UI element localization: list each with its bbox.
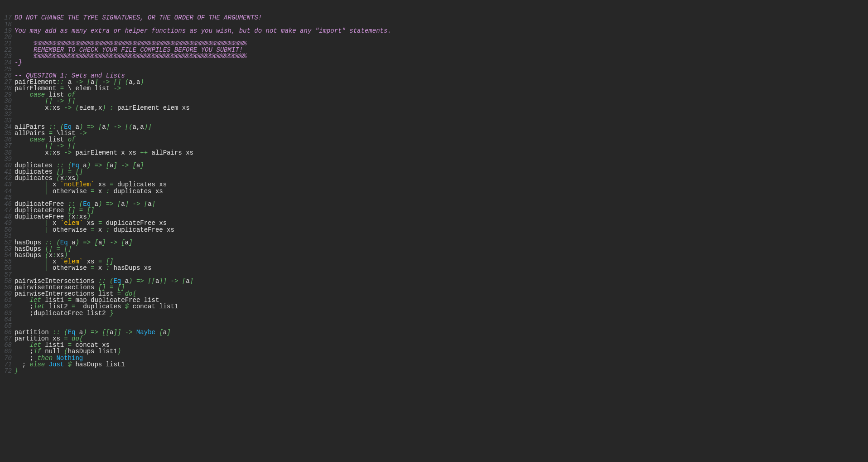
code-line[interactable]: 57 — [0, 272, 868, 278]
code-line[interactable]: 44 | otherwise = x : duplicates xs — [0, 188, 868, 195]
code-line[interactable]: 17DO NOT CHANGE THE TYPE SIGNATURES, OR … — [0, 15, 868, 21]
code-content[interactable]: hasDups [] = [] — [13, 246, 72, 252]
code-content[interactable]: case list of — [13, 136, 75, 143]
code-line[interactable]: 40duplicates :: (Eq a) => [a] -> [a] — [0, 162, 868, 169]
code-content[interactable]: | x `elem` xs = duplicateFree xs — [13, 220, 167, 226]
code-line[interactable]: 63 ;duplicateFree list2 } — [0, 310, 868, 316]
code-line[interactable]: 48duplicateFree (x:xs) — [0, 214, 868, 220]
code-content[interactable]: %%%%%%%%%%%%%%%%%%%%%%%%%%%%%%%%%%%%%%%%… — [13, 53, 246, 59]
code-line[interactable]: 60pairwiseIntersections list = do{ — [0, 291, 868, 297]
code-line[interactable]: 22 REMEMBER TO CHECK YOUR FILE COMPILES … — [0, 47, 868, 53]
code-content[interactable]: ; then Nothing — [13, 355, 83, 361]
code-content[interactable]: duplicateFree (x:xs) — [13, 214, 91, 220]
code-content[interactable]: ;if null (hasDups list1) — [13, 348, 121, 355]
code-content[interactable]: case list of — [13, 92, 75, 98]
code-content[interactable]: duplicates :: (Eq a) => [a] -> [a] — [13, 162, 144, 169]
code-line[interactable]: 72} — [0, 368, 868, 374]
code-content[interactable]: duplicates [] = [] — [13, 169, 83, 175]
code-content[interactable]: duplicateFree :: (Eq a) => [a] -> [a] — [13, 201, 155, 207]
code-line[interactable]: 32 — [0, 111, 868, 117]
code-content[interactable]: %%%%%%%%%%%%%%%%%%%%%%%%%%%%%%%%%%%%%%%%… — [13, 40, 246, 47]
code-line[interactable]: 66partition :: (Eq a) => [[a]] -> Maybe … — [0, 329, 868, 336]
code-line[interactable]: 24-} — [0, 59, 868, 66]
code-line[interactable]: 59pairwiseIntersections [] = [] — [0, 284, 868, 291]
code-line[interactable]: 56 | otherwise = x : hasDups xs — [0, 265, 868, 271]
code-line[interactable]: 42duplicates (x:xs) — [0, 175, 868, 181]
code-line[interactable]: 50 | otherwise = x : duplicateFree xs — [0, 227, 868, 233]
code-line[interactable]: 67partition xs = do{ — [0, 336, 868, 342]
code-content[interactable]: } — [13, 368, 18, 374]
code-line[interactable]: 37 [] -> [] — [0, 143, 868, 149]
code-line[interactable]: 34allPairs :: (Eq a) => [a] -> [(a,a)] — [0, 124, 868, 130]
code-content[interactable]: | otherwise = x : duplicateFree xs — [13, 227, 174, 233]
code-content[interactable]: | x `elem` xs = [] — [13, 258, 114, 265]
code-content[interactable]: allPairs = \list -> — [13, 130, 87, 136]
code-content[interactable]: hasDups :: (Eq a) => [a] -> [a] — [13, 239, 133, 246]
code-line[interactable]: 27pairElement:: a -> [a] -> [] (a,a) — [0, 79, 868, 85]
code-line[interactable]: 28pairElement = \ elem list -> — [0, 85, 868, 92]
code-line[interactable]: 58pairwiseIntersections :: (Eq a) => [[a… — [0, 278, 868, 284]
code-content[interactable]: -} — [13, 59, 22, 66]
code-line[interactable]: 33 — [0, 117, 868, 124]
code-line[interactable]: 30 [] -> [] — [0, 98, 868, 104]
code-content[interactable]: pairwiseIntersections list = do{ — [13, 291, 136, 297]
code-line[interactable]: 23 %%%%%%%%%%%%%%%%%%%%%%%%%%%%%%%%%%%%%… — [0, 53, 868, 59]
code-line[interactable]: 26-- QUESTION 1: Sets and Lists — [0, 73, 868, 79]
code-line[interactable]: 41duplicates [] = [] — [0, 169, 868, 175]
code-content[interactable]: You may add as many extra or helper func… — [13, 28, 391, 34]
code-line[interactable]: 53hasDups [] = [] — [0, 246, 868, 252]
code-line[interactable]: 52hasDups :: (Eq a) => [a] -> [a] — [0, 239, 868, 246]
code-content[interactable]: [] -> [] — [13, 98, 75, 104]
code-content[interactable]: pairwiseIntersections [] = [] — [13, 284, 125, 291]
code-line[interactable]: 46duplicateFree :: (Eq a) => [a] -> [a] — [0, 201, 868, 207]
code-content[interactable]: pairElement = \ elem list -> — [13, 85, 121, 92]
code-editor[interactable]: 17DO NOT CHANGE THE TYPE SIGNATURES, OR … — [0, 0, 868, 374]
code-line[interactable]: 25 — [0, 66, 868, 73]
code-line[interactable]: 62 ;let list2 = duplicates $ concat list… — [0, 303, 868, 310]
code-line[interactable]: 55 | x `elem` xs = [] — [0, 258, 868, 265]
code-content[interactable]: pairElement:: a -> [a] -> [] (a,a) — [13, 79, 144, 85]
code-content[interactable]: DO NOT CHANGE THE TYPE SIGNATURES, OR TH… — [13, 15, 262, 21]
code-line[interactable]: 65 — [0, 323, 868, 329]
code-content[interactable]: let list1 = map duplicateFree list — [13, 297, 159, 303]
code-line[interactable]: 39 — [0, 156, 868, 162]
code-line[interactable]: 36 case list of — [0, 136, 868, 143]
code-line[interactable]: 31 x:xs -> (elem,x) : pairElement elem x… — [0, 105, 868, 111]
code-line[interactable]: 71 ; else Just $ hasDups list1 — [0, 361, 868, 368]
code-content[interactable]: duplicates (x:xs) — [13, 175, 79, 181]
code-line[interactable]: 21 %%%%%%%%%%%%%%%%%%%%%%%%%%%%%%%%%%%%%… — [0, 40, 868, 47]
code-line[interactable]: 43 | x `notElem` xs = duplicates xs — [0, 181, 868, 188]
code-content[interactable]: duplicateFree [] = [] — [13, 207, 94, 214]
code-content[interactable]: partition xs = do{ — [13, 336, 83, 342]
code-content[interactable]: -- QUESTION 1: Sets and Lists — [13, 73, 125, 79]
code-line[interactable]: 38 x:xs -> pairElement x xs ++ allPairs … — [0, 150, 868, 156]
code-line[interactable]: 51 — [0, 233, 868, 239]
code-line[interactable]: 68 let list1 = concat xs — [0, 342, 868, 348]
code-content[interactable]: | otherwise = x : duplicates xs — [13, 188, 163, 195]
code-content[interactable]: [] -> [] — [13, 143, 75, 149]
code-content[interactable]: let list1 = concat xs — [13, 342, 110, 348]
code-content[interactable]: ;duplicateFree list2 } — [13, 310, 113, 316]
code-content[interactable]: | x `notElem` xs = duplicates xs — [13, 181, 167, 188]
code-line[interactable]: 61 let list1 = map duplicateFree list — [0, 297, 868, 303]
code-line[interactable]: 54hasDups (x:xs) — [0, 252, 868, 258]
code-content[interactable]: hasDups (x:xs) — [13, 252, 68, 258]
code-content[interactable]: pairwiseIntersections :: (Eq a) => [[a]]… — [13, 278, 193, 284]
code-content[interactable]: | otherwise = x : hasDups xs — [13, 265, 152, 271]
code-content[interactable]: ;let list2 = duplicates $ concat list1 — [13, 303, 178, 310]
code-content[interactable]: ; else Just $ hasDups list1 — [13, 361, 125, 368]
code-line[interactable]: 18 — [0, 21, 868, 28]
code-line[interactable]: 29 case list of — [0, 92, 868, 98]
code-line[interactable]: 70 ; then Nothing — [0, 355, 868, 361]
code-line[interactable]: 35allPairs = \list -> — [0, 130, 868, 136]
code-line[interactable]: 49 | x `elem` xs = duplicateFree xs — [0, 220, 868, 226]
code-content[interactable]: REMEMBER TO CHECK YOUR FILE COMPILES BEF… — [13, 47, 243, 53]
code-line[interactable]: 19You may add as many extra or helper fu… — [0, 28, 868, 34]
code-content[interactable]: partition :: (Eq a) => [[a]] -> Maybe [a… — [13, 329, 171, 336]
code-line[interactable]: 69 ;if null (hasDups list1) — [0, 348, 868, 355]
code-content[interactable]: x:xs -> pairElement x xs ++ allPairs xs — [13, 150, 193, 156]
code-content[interactable]: x:xs -> (elem,x) : pairElement elem xs — [13, 105, 190, 111]
code-line[interactable]: 20 — [0, 34, 868, 40]
code-line[interactable]: 45 — [0, 195, 868, 201]
code-line[interactable]: 47duplicateFree [] = [] — [0, 207, 868, 214]
